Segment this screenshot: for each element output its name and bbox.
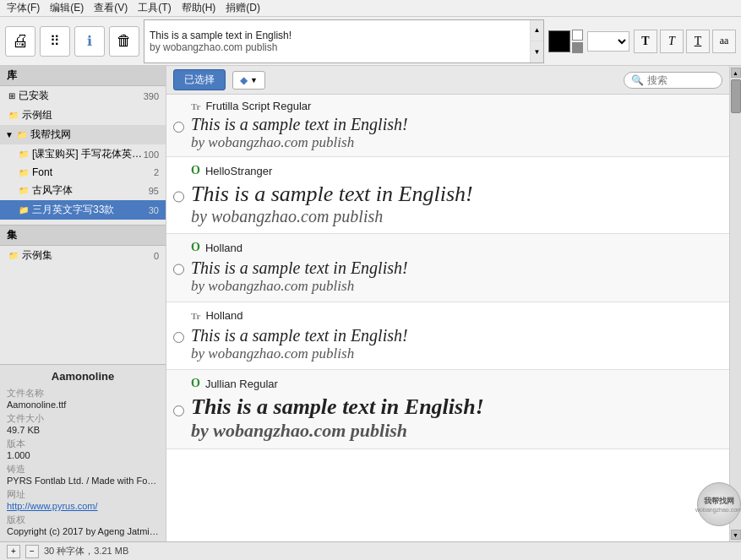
color-gray[interactable] <box>572 42 583 53</box>
font-radio-1[interactable] <box>173 167 184 226</box>
preview-text-line2: by wobangzhao.com publish <box>150 41 538 53</box>
search-input[interactable] <box>647 74 715 86</box>
scroll-thumb[interactable] <box>731 79 741 113</box>
color-black[interactable] <box>548 30 570 52</box>
menu-item-font[interactable]: 字体(F) <box>2 0 45 16</box>
font-name-0: Frutilla Script Regular <box>205 100 311 112</box>
bold-button[interactable]: T <box>634 30 657 53</box>
foundry-label: 铸造 <box>7 463 159 476</box>
url-label: 网址 <box>7 488 159 501</box>
version-value: 1.000 <box>7 450 159 460</box>
menu-item-tools[interactable]: 工具(T) <box>133 0 176 16</box>
font-style-buttons: T T T aa <box>634 30 736 53</box>
filename-value: Aamonoline.ttf <box>7 400 159 410</box>
sidebar: 库 ⊞ 已安装 390 📁 示例组 ▼ 📁 我帮找网 📁 [课宝购买] 手写花体… <box>0 66 166 541</box>
scroll-up-btn[interactable]: ▲ <box>531 20 543 42</box>
color-white[interactable] <box>572 30 583 41</box>
tag-filter-button[interactable]: ◆ ▼ <box>232 71 265 90</box>
foundry-value: PYRS Fontlab Ltd. / Made with Fo… <box>7 476 159 486</box>
font-preview-1b: by wobangzhao.com publish <box>191 207 722 226</box>
menu-item-view[interactable]: 查看(V) <box>89 0 133 16</box>
menu-bar: 字体(F) 编辑(E) 查看(V) 工具(T) 帮助(H) 捐赠(D) <box>0 0 741 17</box>
menu-item-donate[interactable]: 捐赠(D) <box>221 0 265 16</box>
sidebar-installed[interactable]: ⊞ 已安装 390 <box>0 86 166 106</box>
font-name-4: Jullian Regular <box>205 378 278 390</box>
font-type-icon-2: O <box>191 241 200 254</box>
font-type-icon-1: O <box>191 164 200 177</box>
font-type-icon-4: O <box>191 377 200 390</box>
font-radio-3[interactable] <box>173 313 184 362</box>
scroll-down-arrow[interactable]: ▼ <box>731 530 741 540</box>
sidebar-font[interactable]: 📁 Font 2 <box>0 164 166 181</box>
version-label: 版本 <box>7 438 159 450</box>
tag-filter-arrow: ▼ <box>250 76 258 84</box>
main-area: 库 ⊞ 已安装 390 📁 示例组 ▼ 📁 我帮找网 📁 [课宝购买] 手写花体… <box>0 66 741 541</box>
font-list: Tr Frutilla Script Regular This is a sam… <box>166 95 729 541</box>
menu-item-edit[interactable]: 编辑(E) <box>45 0 89 16</box>
font-type-icon-0: Tr <box>191 101 200 111</box>
content-area: 已选择 ◆ ▼ 🔍 Tr Frutilla Script Regular <box>166 66 729 541</box>
delete-button[interactable]: 🗑 <box>109 26 139 57</box>
grid-button[interactable]: ⠿ <box>40 26 70 57</box>
aa-button[interactable]: aa <box>712 30 736 53</box>
font-name-2: Holland <box>205 242 242 254</box>
underline-button[interactable]: T <box>686 30 710 53</box>
search-box: 🔍 <box>624 72 722 89</box>
font-preview-4: This is a sample text in English! <box>191 394 722 420</box>
table-row: Tr Frutilla Script Regular This is a sam… <box>166 95 729 157</box>
font-info-panel: Aamonoline 文件名称 Aamonoline.ttf 文件大小 49.7… <box>0 364 166 541</box>
status-bar: + − 30 种字体，3.21 MB <box>0 541 741 560</box>
status-count-text: 30 种字体，3.21 MB <box>44 545 128 557</box>
sidebar-sample-collection[interactable]: 📁 示例集 0 <box>0 246 166 265</box>
font-size-select[interactable]: 16 <box>587 31 629 52</box>
font-name-1: HelloStranger <box>205 165 273 177</box>
sidebar-ancient[interactable]: 📁 古风字体 95 <box>0 181 166 200</box>
font-preview-0b: by wobangzhao.com publish <box>191 134 722 151</box>
font-preview-0: This is a sample text in English! <box>191 114 722 134</box>
font-radio-2[interactable] <box>173 244 184 295</box>
font-name-3: Holland <box>205 309 242 322</box>
watermark-text: 我帮找网 <box>704 496 734 507</box>
table-row: O Jullian Regular This is a sample text … <box>166 370 729 449</box>
scroll-down-btn[interactable]: ▼ <box>531 41 543 63</box>
selected-filter-button[interactable]: 已选择 <box>173 69 226 90</box>
italic-button[interactable]: T <box>660 30 684 53</box>
sidebar-sample-group[interactable]: 📁 示例组 <box>0 106 166 125</box>
collection-header: 集 <box>0 225 166 246</box>
preview-text-line1: This is a sample text in English! <box>150 30 538 41</box>
print-button[interactable]: 🖨 <box>5 26 35 57</box>
sidebar-my-search[interactable]: ▼ 📁 我帮找网 <box>0 125 166 144</box>
watermark-subtext: wobangzhao.com <box>695 507 741 513</box>
library-header: 库 <box>0 66 166 86</box>
text-preview-area: This is a sample text in English! by wob… <box>144 19 544 63</box>
menu-item-help[interactable]: 帮助(H) <box>177 0 221 16</box>
toolbar: 🖨 ⠿ ℹ 🗑 This is a sample text in English… <box>0 17 741 66</box>
watermark-badge: 我帮找网 wobangzhao.com <box>714 482 742 526</box>
status-icon-2[interactable]: − <box>25 545 39 558</box>
copyright-label: 版权 <box>7 514 159 526</box>
sidebar-march[interactable]: 📁 三月英文字写33款 30 <box>0 200 166 220</box>
filename-label: 文件名称 <box>7 387 159 400</box>
search-icon: 🔍 <box>631 74 644 86</box>
filesize-value: 49.7 KB <box>7 425 159 435</box>
copyright-value: Copyright (c) 2017 by Ageng Jatmi… <box>7 526 159 536</box>
color-controls <box>548 30 583 53</box>
table-row: Tr Holland This is a sample text in Engl… <box>166 302 729 370</box>
status-icon-1[interactable]: + <box>7 545 20 558</box>
font-info-title: Aamonoline <box>7 370 159 383</box>
font-preview-3: This is a sample text in English! <box>191 325 722 345</box>
filesize-label: 文件大小 <box>7 412 159 425</box>
url-value[interactable]: http://www.pyrus.com/ <box>7 501 159 511</box>
right-scrollbar[interactable]: ▲ 我帮找网 wobangzhao.com ▼ <box>729 66 741 541</box>
font-preview-1: This is a sample text in English! <box>191 181 722 207</box>
font-type-icon-3: Tr <box>191 311 200 321</box>
scroll-up-arrow[interactable]: ▲ <box>731 68 741 78</box>
table-row: O Holland This is a sample text in Engli… <box>166 234 729 302</box>
font-radio-4[interactable] <box>173 380 184 442</box>
content-toolbar: 已选择 ◆ ▼ 🔍 <box>166 66 729 95</box>
font-radio-0[interactable] <box>173 103 184 151</box>
info-button[interactable]: ℹ <box>74 26 105 57</box>
font-preview-3b: by wobangzhao.com publish <box>191 345 722 362</box>
sidebar-course[interactable]: 📁 [课宝购买] 手写花体英… 100 <box>0 144 166 164</box>
font-preview-2b: by wobangzhao.com publish <box>191 278 722 295</box>
